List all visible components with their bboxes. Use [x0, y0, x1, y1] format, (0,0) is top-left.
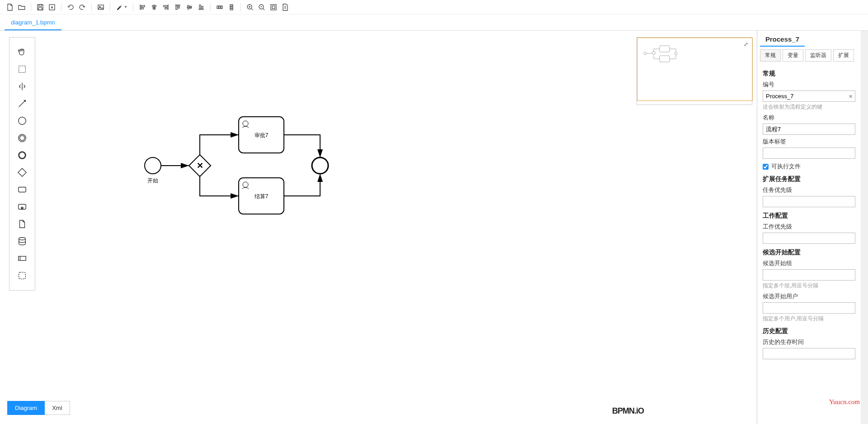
input-id[interactable] [763, 91, 855, 102]
input-task-priority[interactable] [763, 196, 855, 207]
props-tab-general[interactable]: 常规 [760, 49, 781, 62]
top-toolbar: ▼ [0, 0, 868, 14]
intermediate-event-icon[interactable] [14, 131, 30, 145]
input-job-priority[interactable] [763, 233, 855, 244]
svg-rect-1 [39, 5, 42, 6]
file-tabs: diagram_1.bpmn [0, 14, 868, 31]
clear-id-icon[interactable]: × [849, 93, 853, 100]
flow-3[interactable] [200, 176, 239, 196]
input-cand-user[interactable] [763, 302, 855, 314]
tab-diagram[interactable]: Diagram [7, 401, 45, 415]
bottom-tabs: Diagram Xml [7, 401, 70, 415]
minimap[interactable]: ⤢ [637, 37, 752, 105]
svg-line-35 [263, 9, 264, 10]
space-tool-icon[interactable] [14, 79, 30, 94]
svg-rect-49 [19, 205, 26, 210]
data-object-icon[interactable] [14, 217, 30, 231]
svg-point-53 [19, 238, 26, 240]
svg-rect-38 [272, 6, 275, 9]
download-icon[interactable] [47, 2, 57, 13]
zoom-out-icon[interactable] [256, 2, 267, 13]
lbl-cand-user: 候选开始用户 [763, 292, 855, 300]
gateway-x-icon: ✕ [197, 161, 203, 170]
props-tab-listeners[interactable]: 监听器 [805, 49, 831, 62]
svg-rect-13 [164, 5, 167, 7]
align-right-icon[interactable] [160, 2, 171, 13]
input-name[interactable] [763, 124, 855, 135]
bpmn-canvas[interactable]: 开始 ✕ 审批7 结算7 [35, 31, 757, 424]
task-2-label: 结算7 [255, 193, 269, 200]
hand-tool-icon[interactable] [14, 45, 30, 59]
end-event-icon[interactable] [14, 148, 30, 162]
gateway-icon[interactable] [14, 165, 30, 180]
new-file-icon[interactable] [5, 2, 15, 13]
svg-rect-7 [141, 5, 145, 7]
data-store-icon[interactable] [14, 234, 30, 248]
start-event-node[interactable] [145, 157, 161, 174]
svg-rect-24 [217, 6, 218, 9]
align-bottom-icon[interactable] [196, 2, 207, 13]
lasso-tool-icon[interactable] [14, 62, 30, 76]
input-ttl[interactable] [763, 348, 855, 359]
lbl-executable: 可执行文件 [771, 162, 801, 171]
group-cand-start: 候选开始配置 [763, 248, 855, 257]
flow-2[interactable] [200, 135, 239, 156]
open-file-icon[interactable] [16, 2, 27, 13]
connect-tool-icon[interactable] [14, 96, 30, 111]
svg-rect-48 [19, 187, 26, 192]
align-center-h-icon[interactable] [149, 2, 160, 13]
align-top-icon[interactable] [172, 2, 183, 13]
props-tab-variables[interactable]: 变量 [783, 49, 803, 62]
svg-rect-25 [219, 6, 220, 9]
task-1-label: 审批7 [255, 132, 269, 138]
flow-5[interactable] [284, 174, 320, 196]
subprocess-icon[interactable] [14, 200, 30, 214]
zoom-in-icon[interactable] [245, 2, 255, 13]
start-event-label: 开始 [147, 177, 158, 184]
distribute-h-icon[interactable] [214, 2, 225, 13]
input-cand-group[interactable] [763, 269, 855, 281]
end-event-node[interactable] [312, 157, 328, 174]
save-icon[interactable] [35, 2, 46, 13]
svg-rect-54 [19, 256, 26, 260]
page-icon[interactable] [280, 2, 291, 13]
align-left-icon[interactable] [137, 2, 148, 13]
start-event-icon[interactable] [14, 114, 30, 128]
file-tab-active[interactable]: diagram_1.bpmn [5, 15, 61, 30]
image-icon[interactable] [95, 2, 106, 13]
group-ext-task: 扩展任务配置 [763, 175, 855, 183]
minimap-viewport[interactable] [637, 38, 753, 101]
lbl-name: 名称 [763, 114, 855, 122]
group-general: 常规 [763, 70, 855, 78]
paint-dropdown[interactable]: ▼ [114, 4, 129, 11]
tab-xml[interactable]: Xml [45, 401, 70, 415]
hint-cand-user: 指定多个用户,用逗号分隔 [763, 315, 855, 323]
props-tab-extensions[interactable]: 扩展 [833, 49, 854, 62]
flow-4[interactable] [284, 135, 320, 157]
input-version[interactable] [763, 148, 855, 159]
distribute-v-icon[interactable] [226, 2, 237, 13]
watermark: Yuucn.com [829, 398, 860, 406]
redo-icon[interactable] [77, 2, 88, 13]
undo-icon[interactable] [65, 2, 76, 13]
svg-rect-8 [141, 8, 143, 9]
align-center-v-icon[interactable] [184, 2, 195, 13]
task-icon[interactable] [14, 182, 30, 197]
participant-icon[interactable] [14, 251, 30, 266]
svg-point-45 [20, 136, 25, 141]
lbl-version: 版本标签 [763, 138, 855, 146]
fit-icon[interactable] [268, 2, 279, 13]
lbl-job-priority: 工作优先级 [763, 223, 855, 231]
svg-point-43 [19, 117, 26, 125]
minimap-collapse-icon[interactable]: ⤢ [744, 41, 748, 48]
props-scrollbar[interactable] [861, 31, 868, 424]
group-job: 工作配置 [763, 212, 855, 220]
svg-rect-41 [19, 66, 26, 73]
checkbox-executable[interactable] [763, 164, 769, 170]
lbl-id: 编号 [763, 81, 855, 89]
group-icon[interactable] [14, 268, 30, 283]
svg-rect-2 [38, 8, 42, 10]
svg-rect-37 [271, 5, 276, 10]
element-palette [9, 37, 35, 291]
svg-rect-23 [202, 6, 203, 9]
